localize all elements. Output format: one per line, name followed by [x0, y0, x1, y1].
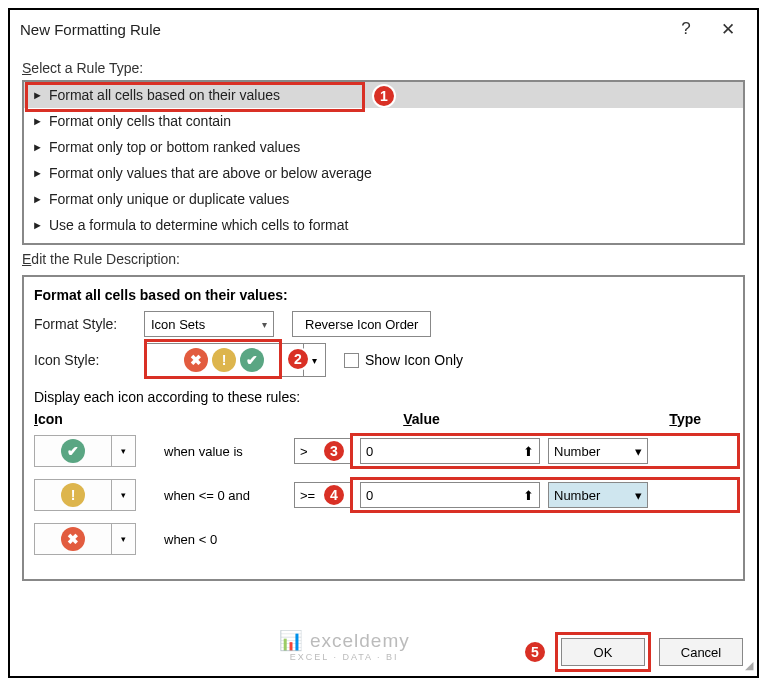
show-icon-only-label: Show Icon Only — [365, 352, 463, 368]
icon-picker[interactable]: ✔ — [34, 435, 112, 467]
icon-picker[interactable]: ✖ — [34, 523, 112, 555]
rule-type-item[interactable]: ►Format only cells that contain — [24, 108, 743, 134]
range-picker-icon[interactable]: ⬆ — [523, 488, 534, 503]
range-picker-icon[interactable]: ⬆ — [523, 444, 534, 459]
when-label: when < 0 — [164, 532, 294, 547]
icon-yellow-exclaim: ! — [61, 483, 85, 507]
rule-type-item[interactable]: ►Format only top or bottom ranked values — [24, 134, 743, 160]
format-style-combo[interactable]: Icon Sets▾ — [144, 311, 274, 337]
edit-desc-label: Edit the Rule Description: — [22, 251, 745, 267]
icon-picker-dropdown[interactable]: ▾ — [112, 523, 136, 555]
icon-picker-dropdown[interactable]: ▾ — [112, 435, 136, 467]
dialog-title: New Formatting Rule — [20, 21, 665, 38]
watermark: 📊 exceldemy EXCEL · DATA · BI — [279, 629, 410, 662]
icon-picker-dropdown[interactable]: ▾ — [112, 479, 136, 511]
resize-grip-icon[interactable]: ◢ — [745, 659, 753, 672]
new-formatting-rule-dialog: New Formatting Rule ? ✕ Select a Rule Ty… — [8, 8, 759, 678]
icon-rule-row: ✔ ▾ when value is >▾ 0⬆ Number▾ 3 — [34, 431, 733, 471]
annotation-badge-4: 4 — [322, 483, 346, 507]
annotation-badge-5: 5 — [523, 640, 547, 664]
help-button[interactable]: ? — [665, 19, 707, 39]
select-rule-label: Select a Rule Type: — [22, 60, 745, 76]
annotation-badge-3: 3 — [322, 439, 346, 463]
rule-type-item[interactable]: ►Format only unique or duplicate values — [24, 186, 743, 212]
when-label: when value is — [164, 444, 294, 459]
icon-green-check: ✔ — [61, 439, 85, 463]
icon-rule-row: ✖ ▾ when < 0 — [34, 519, 733, 559]
icon-picker[interactable]: ! — [34, 479, 112, 511]
cancel-button[interactable]: Cancel — [659, 638, 743, 666]
icon-style-combo[interactable]: ✖ ! ✔ — [144, 343, 304, 377]
when-label: when <= 0 and — [164, 488, 294, 503]
titlebar: New Formatting Rule ? ✕ — [10, 10, 757, 48]
icon-style-label: Icon Style: — [34, 352, 144, 368]
chevron-down-icon: ▾ — [635, 488, 642, 503]
type-combo[interactable]: Number▾ — [548, 438, 648, 464]
reverse-icon-order-button[interactable]: Reverse Icon Order — [292, 311, 431, 337]
rule-type-list[interactable]: ►Format all cells based on their values … — [22, 80, 745, 245]
rule-description-frame: Format all cells based on their values: … — [22, 275, 745, 581]
rule-type-item[interactable]: ►Use a formula to determine which cells … — [24, 212, 743, 238]
chevron-down-icon: ▾ — [262, 319, 267, 330]
chevron-down-icon: ▾ — [635, 444, 642, 459]
icon-red-x: ✖ — [61, 527, 85, 551]
annotation-badge-1: 1 — [372, 84, 396, 108]
icon-red-x: ✖ — [184, 348, 208, 372]
value-input[interactable]: 0⬆ — [360, 438, 540, 464]
type-combo[interactable]: Number▾ — [548, 482, 648, 508]
icon-green-check: ✔ — [240, 348, 264, 372]
desc-header: Format all cells based on their values: — [34, 287, 733, 303]
close-button[interactable]: ✕ — [707, 19, 749, 40]
annotation-badge-2: 2 — [286, 347, 310, 371]
ok-button[interactable]: OK — [561, 638, 645, 666]
column-headers: Icon Value Type — [34, 411, 733, 427]
format-style-label: Format Style: — [34, 316, 144, 332]
icon-rule-row: ! ▾ when <= 0 and >=▾ 0⬆ Number▾ 4 — [34, 475, 733, 515]
value-input[interactable]: 0⬆ — [360, 482, 540, 508]
display-rules-label: Display each icon according to these rul… — [34, 389, 733, 405]
show-icon-only-checkbox[interactable] — [344, 353, 359, 368]
rule-type-item[interactable]: ►Format only values that are above or be… — [24, 160, 743, 186]
icon-yellow-exclaim: ! — [212, 348, 236, 372]
